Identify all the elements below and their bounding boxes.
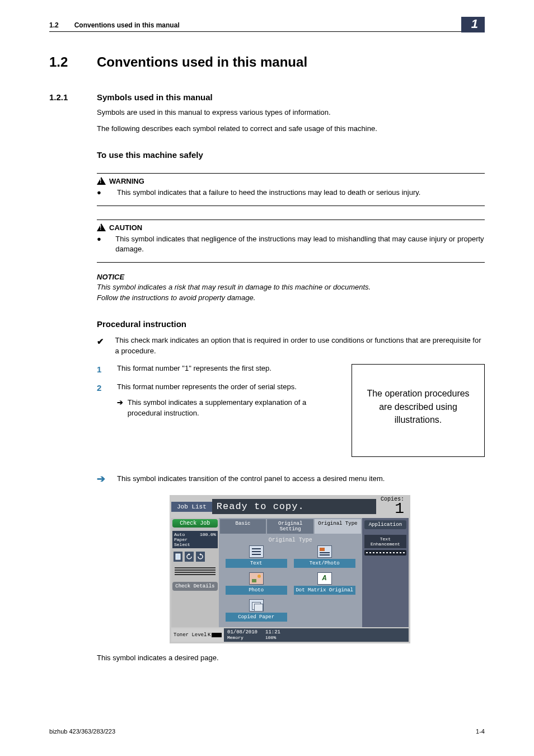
auto-paper-readout: Auto Paper Select 100.0% <box>172 531 218 548</box>
text-icon <box>249 545 264 558</box>
memory-label: Memory <box>227 635 243 640</box>
proc-check-row: ✔ This check mark indicates an option th… <box>97 335 485 357</box>
chip-dot-matrix[interactable]: Dot Matrix Original <box>294 572 355 595</box>
copied-paper-icon <box>249 599 264 612</box>
copies-value: 1 <box>381 501 404 517</box>
ready-status: Ready to copy. <box>212 499 376 514</box>
svg-marker-1 <box>189 553 190 556</box>
heading-1-number: 1.2 <box>49 54 97 70</box>
step-number-2: 2 <box>97 382 117 394</box>
chip-dot-matrix-label: Dot Matrix Original <box>294 586 355 595</box>
caution-icon <box>97 223 106 231</box>
intro-body: Symbols are used in this manual to expre… <box>97 108 485 134</box>
tab-basic[interactable]: Basic <box>220 519 266 534</box>
proc-step2-text: This format number represents the order … <box>117 382 297 394</box>
chip-text-photo[interactable]: Text/Photo <box>294 545 355 568</box>
heading-3-safely: To use this machine safely <box>97 150 485 160</box>
auto-paper-label: Auto Paper Select <box>174 532 200 547</box>
paper-stack-icon <box>172 565 218 577</box>
dot-matrix-icon <box>317 572 332 585</box>
toner-letter: K <box>208 632 210 638</box>
proc-step1-text: This format number "1" represents the fi… <box>117 363 271 376</box>
application-button[interactable]: Application <box>364 520 406 529</box>
heading-2-title: Symbols used in this manual <box>97 92 213 102</box>
proc-step2-row: 2 This format number represents the orde… <box>97 382 343 394</box>
toner-label: Toner Level <box>174 632 207 638</box>
panel-time: 11:21 <box>265 629 280 635</box>
toner-bar-icon <box>212 633 222 637</box>
tab-original-type[interactable]: Original Type <box>315 519 361 534</box>
footer-page-number: 1-4 <box>476 728 485 735</box>
running-header: 1.2 Conventions used in this manual <box>49 21 485 32</box>
panel-right-column: Application Text Enhancement <box>362 518 409 627</box>
tab-original-setting[interactable]: Original Setting <box>267 519 313 534</box>
footer-model: bizhub 423/363/283/223 <box>49 728 115 735</box>
warning-text: This symbol indicates that a failure to … <box>117 188 420 198</box>
caution-label: CAUTION <box>109 223 142 232</box>
auto-paper-value: 100.0% <box>200 532 216 547</box>
proc-sub-text: This symbol indicates a supplementary ex… <box>128 398 343 419</box>
page-footer: bizhub 423/363/283/223 1-4 <box>49 728 485 735</box>
chip-copied-paper[interactable]: Copied Paper <box>226 599 287 622</box>
transition-arrow-icon: ➔ <box>97 473 117 485</box>
step-number-1: 1 <box>97 363 117 376</box>
notice-line2: Follow the instructions to avoid propert… <box>97 293 255 302</box>
caution-block: CAUTION <box>97 220 485 232</box>
warning-block: WARNING <box>97 173 485 185</box>
caution-text: This symbol indicates that negligence of… <box>115 234 485 254</box>
rotate-left-icon[interactable] <box>185 552 194 562</box>
text-enhancement-slider[interactable] <box>364 550 406 556</box>
warning-bullet: ● This symbol indicates that a failure t… <box>97 188 485 198</box>
desired-page-text: This symbol indicates a desired page. <box>97 654 485 662</box>
control-panel-screenshot: Job List Ready to copy. Copies: 1 Check … <box>170 495 410 643</box>
heading-1-title: Conventions used in this manual <box>97 54 307 70</box>
datetime-readout: 01/08/2010 Memory 11:21 100% <box>224 628 409 642</box>
text-photo-icon <box>317 545 332 558</box>
chip-photo[interactable]: Photo <box>226 572 287 595</box>
heading-2: 1.2.1 Symbols used in this manual <box>49 92 485 102</box>
heading-3-procedural: Procedural instruction <box>97 319 485 329</box>
page-portrait-icon[interactable] <box>174 552 182 562</box>
notice-label: NOTICE <box>97 273 485 281</box>
memory-value: 100% <box>265 635 276 640</box>
intro-p1: Symbols are used in this manual to expre… <box>97 108 485 118</box>
chip-text-label: Text <box>226 559 287 568</box>
chapter-badge: 1 <box>461 17 485 32</box>
intro-p2: The following describes each symbol rela… <box>97 124 485 134</box>
job-list-button[interactable]: Job List <box>171 502 212 512</box>
original-type-title: Original Type <box>220 537 361 543</box>
rotate-right-icon[interactable] <box>196 552 205 562</box>
svg-marker-2 <box>199 553 201 556</box>
proc-check-text: This check mark indicates an option that… <box>115 335 485 357</box>
text-enhancement-label: Text Enhancement <box>364 535 406 548</box>
proc-sub-row: ➔ This symbol indicates a supplementary … <box>117 398 343 419</box>
toner-level-readout: Toner Level K <box>171 628 224 642</box>
heading-1: 1.2 Conventions used in this manual <box>49 54 485 70</box>
check-job-button[interactable]: Check Job <box>172 519 218 528</box>
notice-line1: This symbol indicates a risk that may re… <box>97 283 371 291</box>
svg-rect-0 <box>176 554 180 559</box>
panel-date: 01/08/2010 <box>227 629 257 635</box>
header-section-title: Conventions used in this manual <box>74 21 180 29</box>
panel-left-column: Check Job Auto Paper Select 100.0% Check… <box>171 518 219 627</box>
chip-text[interactable]: Text <box>226 545 287 568</box>
transition-row: ➔ This symbol indicates transition of th… <box>97 473 485 485</box>
copies-display: Copies: 1 <box>376 497 409 517</box>
bullet-icon: ● <box>97 188 117 198</box>
orientation-icons <box>172 550 218 563</box>
warning-label: WARNING <box>109 177 144 185</box>
heading-2-number: 1.2.1 <box>49 92 97 102</box>
chip-copied-paper-label: Copied Paper <box>226 613 287 622</box>
panel-middle-column: Basic Original Setting Original Type Ori… <box>219 518 362 627</box>
chip-photo-label: Photo <box>226 586 287 595</box>
header-section-number: 1.2 <box>49 21 59 29</box>
illustration-callout: The operation procedures are described u… <box>352 364 485 457</box>
bullet-icon: ● <box>97 234 115 254</box>
warning-icon <box>97 177 106 185</box>
sub-arrow-icon: ➔ <box>117 398 128 419</box>
check-details-button[interactable]: Check Details <box>172 582 218 591</box>
chip-text-photo-label: Text/Photo <box>294 559 355 568</box>
photo-icon <box>249 572 264 585</box>
notice-body: This symbol indicates a risk that may re… <box>97 282 485 304</box>
caution-bullet: ● This symbol indicates that negligence … <box>97 234 485 254</box>
